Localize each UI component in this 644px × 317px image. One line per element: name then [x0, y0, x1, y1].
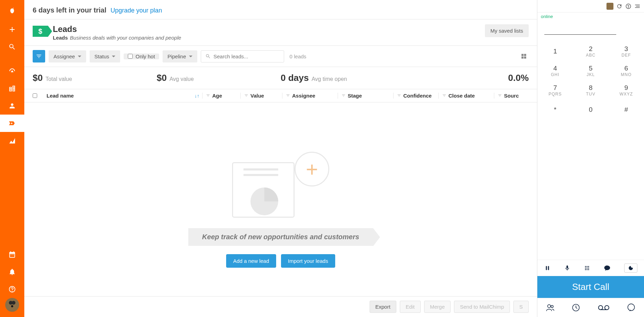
svg-point-10 — [588, 266, 589, 267]
user-avatar[interactable] — [5, 298, 19, 312]
svg-rect-3 — [524, 57, 526, 59]
key-6[interactable]: 6MNO — [609, 61, 644, 81]
only-hot-checkbox[interactable]: Only hot — [124, 53, 159, 59]
dialer-panel: online 1 2ABC 3DEF 4GHI 5JKL 6MNO 7PQRS … — [537, 0, 644, 317]
col-name[interactable]: Lead name — [47, 93, 74, 99]
svg-rect-7 — [548, 266, 549, 270]
key-0[interactable]: 0 — [573, 100, 608, 119]
filter-icon[interactable] — [206, 93, 210, 99]
key-7[interactable]: 7PQRS — [537, 81, 573, 100]
dialer-avatar[interactable] — [606, 3, 613, 10]
keypad-toggle-icon[interactable] — [584, 265, 590, 271]
trial-text: 6 days left in your trial — [33, 6, 106, 14]
assignee-filter[interactable]: Assignee — [49, 50, 86, 62]
status-filter[interactable]: Status — [90, 50, 121, 62]
add-lead-button[interactable]: Add a new lead — [226, 254, 276, 268]
svg-rect-6 — [546, 266, 547, 270]
phone-number-input[interactable] — [544, 24, 616, 35]
svg-point-16 — [588, 269, 589, 270]
pipeline-filter[interactable]: Pipeline — [163, 50, 197, 62]
col-confidence[interactable]: Confidence — [403, 93, 432, 99]
history-icon[interactable] — [571, 303, 580, 312]
svg-point-23 — [628, 304, 635, 311]
dialer-controls — [537, 260, 644, 276]
upgrade-link[interactable]: Upgrade your plan — [110, 7, 162, 14]
sidebar-people[interactable] — [0, 97, 24, 115]
contacts-icon[interactable] — [546, 303, 555, 312]
pause-icon[interactable] — [544, 265, 551, 271]
sidebar-logo[interactable] — [0, 3, 24, 21]
svg-point-8 — [585, 266, 586, 267]
sort-icon[interactable]: ↓↑ — [195, 93, 199, 99]
saved-lists-button[interactable]: My saved lists — [485, 24, 529, 37]
sidebar-notifications[interactable] — [0, 263, 24, 281]
key-hash[interactable]: # — [609, 100, 644, 119]
messages-icon[interactable] — [627, 303, 636, 312]
search-input[interactable] — [214, 53, 280, 59]
table-header: Lead name↓↑ Age Value Assignee Stage Con… — [24, 89, 537, 102]
filter-icon[interactable] — [498, 93, 502, 99]
help-icon[interactable] — [625, 3, 631, 9]
leads-flag-icon: $ — [33, 26, 48, 37]
start-call-button[interactable]: Start Call — [537, 276, 644, 298]
svg-point-15 — [586, 269, 587, 270]
filter-icon[interactable] — [244, 93, 248, 99]
chat-icon[interactable] — [604, 265, 611, 272]
svg-point-13 — [588, 268, 589, 269]
key-4[interactable]: 4GHI — [537, 61, 573, 81]
key-1[interactable]: 1 — [537, 42, 573, 61]
col-source[interactable]: Sourc — [504, 93, 519, 99]
sidebar-calendar[interactable] — [0, 246, 24, 263]
filter-icon[interactable] — [286, 93, 290, 99]
key-3[interactable]: 3DEF — [609, 42, 644, 61]
svg-point-5 — [628, 7, 629, 8]
moon-icon[interactable] — [624, 264, 637, 273]
svg-rect-0 — [521, 54, 523, 56]
sidebar-leads[interactable] — [0, 115, 24, 132]
filter-icon[interactable] — [442, 93, 446, 99]
dialer-header — [537, 0, 644, 12]
trial-bar: 6 days left in your trial Upgrade your p… — [24, 0, 537, 14]
svg-rect-1 — [524, 54, 526, 56]
key-2[interactable]: 2ABC — [573, 42, 608, 61]
stat-time-value: 0 days — [281, 73, 309, 83]
sidebar-reports[interactable] — [0, 132, 24, 149]
sidebar-add[interactable] — [0, 21, 24, 38]
only-hot-input[interactable] — [128, 54, 133, 59]
grid-view-icon[interactable] — [519, 51, 529, 61]
menu-icon[interactable] — [634, 3, 641, 9]
filter-toggle-button[interactable] — [33, 50, 45, 62]
col-assignee[interactable]: Assignee — [292, 93, 315, 99]
stat-pct-value: 0.0% — [508, 73, 529, 83]
mailchimp-button[interactable]: Send to MailChimp — [454, 301, 510, 313]
more-button[interactable]: S — [513, 301, 529, 313]
sidebar-help[interactable] — [0, 281, 24, 298]
search-leads[interactable] — [201, 50, 284, 62]
sidebar-dashboard[interactable] — [0, 62, 24, 80]
key-9[interactable]: 9WXYZ — [609, 81, 644, 100]
col-stage[interactable]: Stage — [348, 93, 362, 99]
filter-icon[interactable] — [397, 93, 401, 99]
merge-button[interactable]: Merge — [424, 301, 451, 313]
chevron-down-icon — [112, 56, 115, 57]
edit-button[interactable]: Edit — [400, 301, 421, 313]
key-star[interactable]: * — [537, 100, 573, 119]
key-5[interactable]: 5JKL — [573, 61, 608, 81]
col-close[interactable]: Close date — [448, 93, 475, 99]
import-leads-button[interactable]: Import your leads — [281, 254, 335, 268]
svg-point-12 — [586, 268, 587, 269]
chevron-down-icon — [189, 56, 192, 57]
key-8[interactable]: 8TUV — [573, 81, 608, 100]
mic-icon[interactable] — [564, 265, 570, 271]
voicemail-icon[interactable] — [597, 303, 610, 312]
svg-point-17 — [548, 305, 551, 308]
col-age[interactable]: Age — [212, 93, 222, 99]
sidebar-search[interactable] — [0, 38, 24, 56]
select-all-checkbox[interactable] — [33, 93, 37, 98]
filter-bar: Assignee Status Only hot Pipeline 0 lead… — [24, 46, 537, 67]
refresh-icon[interactable] — [616, 3, 622, 9]
sidebar-companies[interactable] — [0, 80, 24, 97]
col-value[interactable]: Value — [250, 93, 264, 99]
export-button[interactable]: Export — [370, 301, 396, 313]
filter-icon[interactable] — [341, 93, 346, 99]
